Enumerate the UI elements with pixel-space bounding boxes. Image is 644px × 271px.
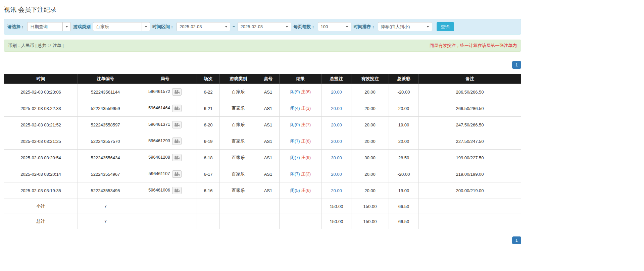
filter-bar: 请选择： 日期查询 游戏类别 百家乐 时间区间： 2025-02-03 ~ 20… bbox=[4, 19, 521, 35]
col-header-total-bet: 总投注 bbox=[322, 74, 351, 84]
video-camera-icon bbox=[174, 123, 180, 127]
col-header-note: 备注 bbox=[419, 74, 521, 84]
cell-total-bet: 20.00 bbox=[322, 182, 351, 199]
cell-result: 闲(0) 庄(7) bbox=[280, 117, 322, 133]
subtotal-row: 小计 7 150.00 150.00 66.50 bbox=[4, 199, 521, 214]
round-number: 596461107 bbox=[148, 171, 170, 176]
table-header: 时间 注单编号 局号 场次 游戏类别 桌号 结果 总投注 有效投注 总派彩 备注 bbox=[4, 74, 521, 84]
cell-note: 286.50/266.50 bbox=[419, 84, 521, 100]
cell-game-type: 百家乐 bbox=[220, 133, 257, 150]
cell-game-type: 百家乐 bbox=[220, 100, 257, 117]
col-header-payout: 总派彩 bbox=[389, 74, 419, 84]
cell-round: 596461371 bbox=[133, 117, 197, 133]
query-type-dropdown-button[interactable] bbox=[62, 22, 70, 31]
cell-round: 596461572 bbox=[133, 84, 197, 100]
cell-session: 6-21 bbox=[197, 100, 220, 117]
game-type-select[interactable]: 百家乐 bbox=[93, 22, 150, 31]
cell-result: 闲(7) 庄(9) bbox=[280, 150, 322, 166]
cell-payout: 28.50 bbox=[389, 150, 419, 166]
date-from-select[interactable]: 2025-02-03 bbox=[177, 22, 230, 31]
video-replay-button[interactable] bbox=[172, 187, 182, 194]
chevron-down-icon bbox=[65, 26, 68, 28]
chevron-down-icon bbox=[346, 26, 348, 28]
total-bet-link[interactable]: 20.00 bbox=[331, 139, 342, 144]
total-bet-link[interactable]: 20.00 bbox=[331, 188, 342, 193]
cell-table-no: AS1 bbox=[257, 100, 280, 117]
round-number: 596461371 bbox=[148, 122, 170, 127]
date-to-select[interactable]: 2025-02-03 bbox=[238, 22, 291, 31]
cell-table-no: AS1 bbox=[257, 150, 280, 166]
total-bet-link[interactable]: 20.00 bbox=[331, 90, 342, 95]
col-header-session: 场次 bbox=[197, 74, 220, 84]
time-sort-dropdown-button[interactable] bbox=[424, 22, 432, 31]
result-player: 闲(5) bbox=[290, 188, 300, 193]
video-replay-button[interactable] bbox=[172, 88, 182, 96]
result-player: 闲(7) bbox=[290, 139, 300, 144]
cell-time: 2025-02-03 03:23:06 bbox=[4, 84, 78, 100]
video-camera-icon bbox=[174, 139, 180, 143]
cell-note: 227.50/247.50 bbox=[419, 133, 521, 150]
search-button[interactable]: 查询 bbox=[437, 22, 454, 31]
cell-note: 266.50/286.50 bbox=[419, 100, 521, 117]
cell-bet-id: 522243553495 bbox=[78, 182, 133, 199]
cell-table-no: AS1 bbox=[257, 117, 280, 133]
col-header-bet-id: 注单编号 bbox=[78, 74, 133, 84]
subtotal-count: 7 bbox=[78, 199, 133, 214]
cell-session: 6-20 bbox=[197, 117, 220, 133]
cell-valid-bet: 30.00 bbox=[351, 150, 389, 166]
video-replay-button[interactable] bbox=[172, 154, 182, 161]
summary-currency-count: 币别：人民币 | 总共 :7 注单 | bbox=[8, 43, 64, 49]
date-from-dropdown-button[interactable] bbox=[222, 22, 230, 31]
total-bet-link[interactable]: 20.00 bbox=[331, 106, 342, 111]
total-valid-bet: 150.00 bbox=[351, 214, 389, 229]
table-row: 2025-02-03 03:21:25 522243557570 5964612… bbox=[4, 133, 521, 150]
cell-note: 199.00/227.50 bbox=[419, 150, 521, 166]
cell-round: 596461208 bbox=[133, 150, 197, 166]
result-player: 闲(4) bbox=[290, 106, 300, 111]
cell-table-no: AS1 bbox=[257, 166, 280, 182]
page-1-button[interactable]: 1 bbox=[512, 236, 521, 244]
table-row: 2025-02-03 03:20:54 522243556434 5964612… bbox=[4, 150, 521, 166]
result-player: 闲(0) bbox=[290, 122, 300, 127]
cell-valid-bet: 20.00 bbox=[351, 100, 389, 117]
result-banker: 庄(2) bbox=[301, 171, 311, 176]
video-camera-icon bbox=[174, 172, 180, 176]
page-title: 视讯 会员下注纪录 bbox=[4, 5, 521, 14]
video-replay-button[interactable] bbox=[172, 105, 182, 112]
game-type-dropdown-button[interactable] bbox=[142, 22, 150, 31]
cell-bet-id: 522243554967 bbox=[78, 166, 133, 182]
cell-time: 2025-02-03 03:21:52 bbox=[4, 117, 78, 133]
date-range-separator: ~ bbox=[233, 24, 235, 29]
game-type-value: 百家乐 bbox=[93, 22, 142, 31]
total-total-bet: 150.00 bbox=[322, 214, 351, 229]
cell-time: 2025-02-03 03:20:54 bbox=[4, 150, 78, 166]
video-replay-button[interactable] bbox=[172, 121, 182, 128]
cell-session: 6-22 bbox=[197, 84, 220, 100]
query-type-select[interactable]: 日期查询 bbox=[27, 22, 71, 31]
total-bet-link[interactable]: 20.00 bbox=[331, 172, 342, 177]
cell-payout: 20.00 bbox=[389, 133, 419, 150]
cell-table-no: AS1 bbox=[257, 182, 280, 199]
subtotal-payout: 66.50 bbox=[389, 199, 419, 214]
time-sort-select[interactable]: 降幂(由大到小) bbox=[378, 22, 432, 31]
cell-bet-id: 522243561144 bbox=[78, 84, 133, 100]
cell-round: 596461464 bbox=[133, 100, 197, 117]
query-type-value: 日期查询 bbox=[28, 22, 62, 31]
total-bet-link[interactable]: 20.00 bbox=[331, 122, 342, 127]
video-replay-button[interactable] bbox=[172, 170, 182, 178]
round-number: 596461464 bbox=[148, 105, 170, 110]
cell-valid-bet: 20.00 bbox=[351, 117, 389, 133]
result-player: 闲(7) bbox=[290, 155, 300, 160]
per-page-select[interactable]: 100 bbox=[318, 22, 351, 31]
cell-bet-id: 522243557570 bbox=[78, 133, 133, 150]
cell-game-type: 百家乐 bbox=[220, 150, 257, 166]
result-player: 闲(9) bbox=[290, 89, 300, 94]
total-bet-link[interactable]: 30.00 bbox=[331, 155, 342, 160]
date-to-dropdown-button[interactable] bbox=[283, 22, 291, 31]
per-page-dropdown-button[interactable] bbox=[343, 22, 351, 31]
table-row: 2025-02-03 03:22:33 522243559959 5964614… bbox=[4, 100, 521, 117]
round-number: 596461208 bbox=[148, 155, 170, 160]
video-replay-button[interactable] bbox=[172, 138, 182, 145]
page-1-button[interactable]: 1 bbox=[512, 61, 521, 69]
cell-time: 2025-02-03 03:20:14 bbox=[4, 166, 78, 182]
